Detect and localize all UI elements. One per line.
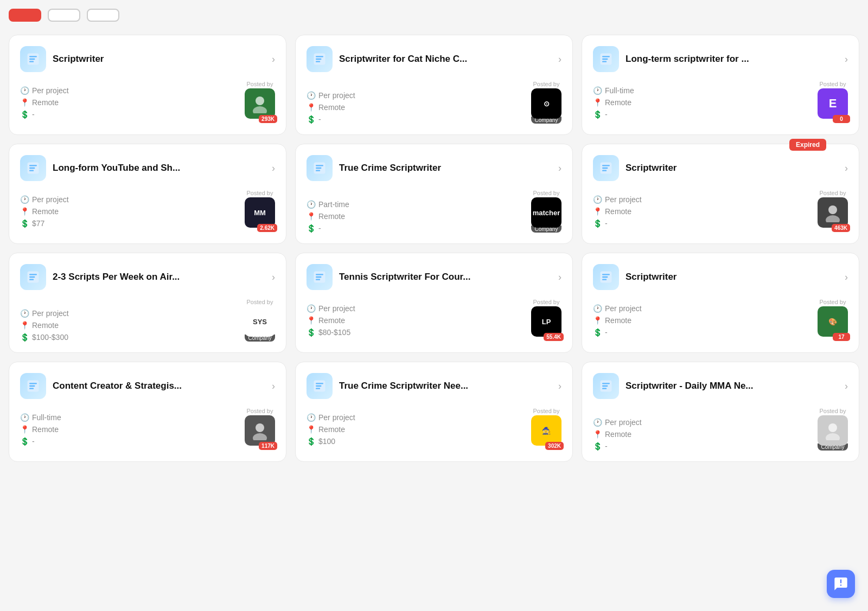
card-details: 🕐 Per project 📍 Remote 💲 $80-$105 bbox=[307, 304, 355, 337]
svg-rect-51 bbox=[602, 383, 610, 384]
job-salary: $100 bbox=[318, 437, 335, 446]
job-card[interactable]: Long-form YouTube and Sh... › 🕐 Per proj… bbox=[9, 144, 286, 244]
dollar-icon: 💲 bbox=[20, 219, 29, 228]
svg-rect-8 bbox=[316, 59, 322, 60]
locations-filter-btn[interactable] bbox=[87, 9, 119, 22]
view-count: 55.4K bbox=[544, 333, 564, 341]
posted-by-block: Posted by 117K bbox=[245, 408, 275, 446]
svg-rect-24 bbox=[602, 168, 608, 169]
dollar-icon: 💲 bbox=[593, 328, 602, 337]
svg-rect-38 bbox=[602, 276, 608, 278]
svg-rect-42 bbox=[29, 385, 35, 387]
salary-row: 💲 $80-$105 bbox=[307, 328, 355, 337]
svg-point-27 bbox=[826, 215, 840, 222]
job-card[interactable]: Scriptwriter - Daily MMA Ne... › 🕐 Per p… bbox=[582, 362, 859, 462]
job-title: Long-form YouTube and Sh... bbox=[53, 163, 265, 173]
location-icon: 📍 bbox=[307, 316, 315, 325]
job-type-row: 🕐 Per project bbox=[593, 304, 642, 313]
card-body: 🕐 Per project 📍 Remote 💲 $100-$300 Poste… bbox=[20, 299, 275, 342]
clock-icon: 🕐 bbox=[307, 413, 315, 422]
job-grid: Scriptwriter › 🕐 Per project 📍 Remote 💲 … bbox=[9, 35, 859, 462]
job-card[interactable]: Scriptwriter for Cat Niche C... › 🕐 Per … bbox=[295, 35, 573, 135]
svg-rect-53 bbox=[602, 388, 607, 389]
svg-rect-2 bbox=[29, 59, 35, 60]
job-card[interactable]: Scriptwriter › 🕐 Per project 📍 Remote 💲 … bbox=[9, 35, 286, 135]
chat-button[interactable] bbox=[827, 570, 855, 598]
posted-by-label: Posted by bbox=[820, 190, 846, 196]
posted-by-label: Posted by bbox=[533, 408, 560, 414]
chevron-icon: › bbox=[558, 381, 561, 392]
svg-rect-20 bbox=[316, 168, 322, 169]
job-type: Part-time bbox=[318, 200, 349, 209]
clock-icon: 🕐 bbox=[593, 304, 602, 313]
job-icon bbox=[307, 373, 333, 399]
job-card[interactable]: True Crime Scriptwriter › 🕐 Part-time 📍 … bbox=[295, 144, 573, 244]
job-card[interactable]: Expired Scriptwriter › 🕐 Per project 📍 R… bbox=[582, 144, 859, 244]
job-types-filter-btn[interactable] bbox=[48, 9, 80, 22]
clock-icon: 🕐 bbox=[20, 413, 29, 422]
job-type-row: 🕐 Per project bbox=[20, 86, 69, 95]
job-title: Scriptwriter for Cat Niche C... bbox=[339, 54, 552, 65]
salary-row: 💲 - bbox=[593, 110, 634, 119]
job-title: True Crime Scriptwriter bbox=[339, 163, 552, 173]
posted-by-block: Posted by 🧙 302K bbox=[531, 408, 561, 446]
posted-by-block: Posted by 🎨 17 bbox=[818, 299, 848, 337]
svg-rect-21 bbox=[316, 170, 320, 171]
chevron-icon: › bbox=[558, 54, 561, 65]
location-row: 📍 Remote bbox=[307, 103, 355, 112]
card-details: 🕐 Per project 📍 Remote 💲 - bbox=[307, 91, 355, 124]
job-type-row: 🕐 Per project bbox=[593, 418, 642, 427]
avatar-container bbox=[818, 415, 848, 446]
search-filter-btn[interactable] bbox=[9, 9, 41, 22]
posted-by-block: Posted by 463K bbox=[818, 190, 848, 228]
location-icon: 📍 bbox=[593, 98, 602, 107]
card-details: 🕐 Per project 📍 Remote 💲 - bbox=[593, 195, 642, 228]
location-icon: 📍 bbox=[20, 98, 29, 107]
job-type: Per project bbox=[318, 304, 355, 313]
job-location: Remote bbox=[32, 98, 59, 107]
chevron-icon: › bbox=[558, 163, 561, 174]
card-details: 🕐 Per project 📍 Remote 💲 $100-$300 bbox=[20, 309, 69, 342]
chevron-icon: › bbox=[272, 381, 275, 392]
svg-rect-16 bbox=[29, 168, 35, 169]
job-type-row: 🕐 Per project bbox=[593, 195, 642, 204]
job-card[interactable]: True Crime Scriptwriter Nee... › 🕐 Per p… bbox=[295, 362, 573, 462]
svg-rect-25 bbox=[602, 170, 607, 171]
view-count: 0 bbox=[833, 115, 850, 123]
job-icon bbox=[307, 264, 333, 290]
clock-icon: 🕐 bbox=[20, 195, 29, 204]
svg-rect-3 bbox=[29, 61, 34, 62]
job-icon bbox=[593, 155, 619, 181]
clock-icon: 🕐 bbox=[593, 418, 602, 427]
job-card[interactable]: Long-term scriptwriter for ... › 🕐 Full-… bbox=[582, 35, 859, 135]
chevron-icon: › bbox=[845, 54, 848, 65]
job-type-row: 🕐 Part-time bbox=[307, 200, 349, 209]
job-type: Per project bbox=[605, 195, 642, 204]
svg-rect-1 bbox=[29, 56, 37, 57]
card-body: 🕐 Full-time 📍 Remote 💲 - Posted by E 0 bbox=[593, 81, 848, 119]
filter-bar bbox=[9, 9, 859, 22]
posted-by-label: Posted by bbox=[533, 81, 560, 87]
job-card[interactable]: 2-3 Scripts Per Week on Air... › 🕐 Per p… bbox=[9, 253, 286, 353]
job-location: Remote bbox=[32, 321, 59, 330]
location-row: 📍 Remote bbox=[20, 321, 69, 330]
job-card[interactable]: Content Creator & Strategis... › 🕐 Full-… bbox=[9, 362, 286, 462]
location-icon: 📍 bbox=[307, 212, 315, 221]
job-location: Remote bbox=[605, 316, 631, 325]
chevron-icon: › bbox=[845, 272, 848, 283]
job-card[interactable]: Tennis Scriptwriter For Cour... › 🕐 Per … bbox=[295, 253, 573, 353]
clock-icon: 🕐 bbox=[307, 200, 315, 209]
dollar-icon: 💲 bbox=[307, 115, 315, 124]
job-icon bbox=[593, 373, 619, 399]
location-row: 📍 Remote bbox=[307, 425, 355, 434]
location-icon: 📍 bbox=[593, 316, 602, 325]
job-card[interactable]: Scriptwriter › 🕐 Per project 📍 Remote 💲 … bbox=[582, 253, 859, 353]
posted-by-block: Posted by E 0 bbox=[818, 81, 848, 119]
posted-by-label: Posted by bbox=[820, 81, 846, 87]
location-row: 📍 Remote bbox=[593, 430, 642, 439]
svg-rect-37 bbox=[602, 274, 610, 275]
card-body: 🕐 Per project 📍 Remote 💲 $77 Posted by M… bbox=[20, 190, 275, 228]
svg-point-44 bbox=[256, 423, 264, 432]
svg-point-45 bbox=[253, 433, 267, 440]
location-row: 📍 Remote bbox=[307, 316, 355, 325]
